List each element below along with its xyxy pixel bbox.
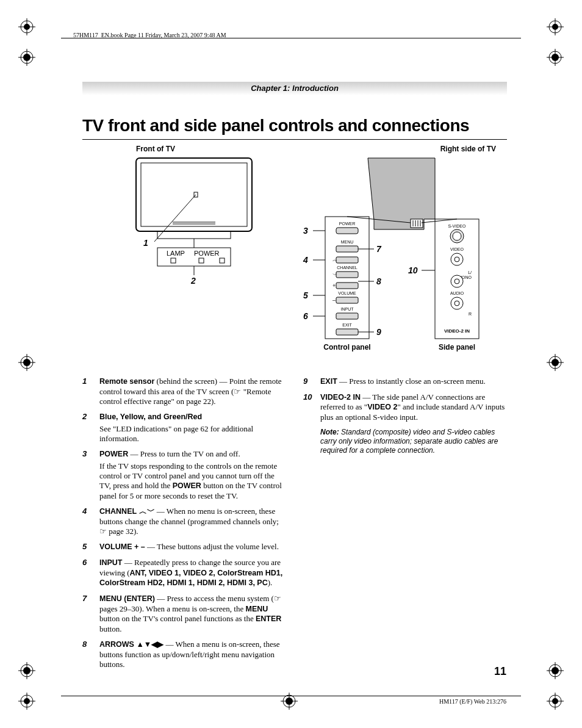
svg-text:+: + bbox=[332, 283, 336, 289]
page-number: 11 bbox=[494, 665, 506, 678]
print-header-rule bbox=[61, 38, 521, 38]
diagram-front-tv: 1 LAMP POWER 2 bbox=[130, 153, 264, 287]
note: Note: Standard (composite) video and S-v… bbox=[320, 428, 507, 455]
svg-rect-80 bbox=[336, 313, 358, 319]
svg-point-100 bbox=[451, 275, 463, 287]
callout-8: 8 bbox=[376, 276, 381, 286]
svg-rect-72 bbox=[336, 272, 358, 278]
diagram-side-tv: POWER MENU ︿ CHANNEL ﹀ + VOLUME – INPUT bbox=[289, 153, 508, 361]
registration-mark-icon bbox=[547, 18, 564, 35]
list-item: 4 CHANNEL ︿﹀ — When no menu is on-screen… bbox=[82, 506, 286, 536]
svg-rect-59 bbox=[411, 219, 423, 228]
svg-point-19 bbox=[23, 54, 31, 61]
svg-point-23 bbox=[551, 54, 559, 61]
svg-line-50 bbox=[154, 195, 196, 242]
svg-rect-66 bbox=[336, 228, 358, 234]
figure-front: Front of TV 1 LAMP POWER bbox=[130, 145, 264, 290]
chapter-title: Chapter 1: Introduction bbox=[82, 82, 507, 95]
list-item: 10 VIDEO-2 IN — The side panel A/V conne… bbox=[303, 392, 507, 423]
svg-text:INPUT: INPUT bbox=[341, 307, 354, 311]
svg-text:LAMP: LAMP bbox=[167, 250, 185, 257]
footer-code: HM117 (E/F) Web 213:276 bbox=[439, 698, 506, 705]
crop-target-icon bbox=[547, 662, 564, 679]
svg-text:POWER: POWER bbox=[194, 250, 220, 257]
list-item: 3 POWER — Press to turn the TV on and of… bbox=[82, 449, 286, 501]
list-item: 5 VOLUME + – — These buttons adjust the … bbox=[82, 542, 286, 552]
svg-text:VIDEO-2 IN: VIDEO-2 IN bbox=[444, 328, 470, 334]
figure-front-label: Front of TV bbox=[136, 145, 264, 153]
svg-text:MENU: MENU bbox=[341, 240, 354, 244]
svg-text:CHANNEL: CHANNEL bbox=[337, 265, 357, 270]
svg-rect-82 bbox=[336, 329, 358, 335]
svg-point-103 bbox=[451, 297, 463, 309]
svg-rect-77 bbox=[336, 297, 358, 303]
svg-point-94 bbox=[453, 232, 461, 240]
svg-text:AUDIO: AUDIO bbox=[450, 291, 464, 295]
crop-target-icon bbox=[547, 49, 564, 66]
svg-rect-49 bbox=[157, 231, 231, 239]
registration-mark-icon bbox=[18, 693, 35, 710]
registration-mark-icon bbox=[18, 18, 35, 35]
list-item: 9 EXIT — Press to instantly close an on-… bbox=[303, 377, 507, 387]
svg-rect-69 bbox=[336, 257, 358, 263]
figures-row: Front of TV 1 LAMP POWER bbox=[82, 145, 507, 363]
svg-text:L/: L/ bbox=[468, 270, 472, 275]
svg-text:R: R bbox=[469, 312, 472, 316]
callout-5: 5 bbox=[303, 290, 308, 300]
svg-point-43 bbox=[286, 697, 293, 705]
svg-text:POWER: POWER bbox=[339, 222, 355, 226]
svg-point-35 bbox=[23, 667, 31, 674]
figure-right-label: Right side of TV bbox=[289, 145, 496, 153]
registration-mark-icon bbox=[547, 693, 564, 710]
page-title: TV front and side panel controls and con… bbox=[82, 116, 507, 140]
list-item: 8 ARROWS ▲▼◀▶ — When a menu is on-screen… bbox=[82, 640, 286, 669]
svg-point-27 bbox=[23, 359, 31, 366]
svg-text:EXIT: EXIT bbox=[342, 323, 352, 327]
crop-target-icon bbox=[18, 662, 35, 679]
svg-text:S-VIDEO: S-VIDEO bbox=[448, 224, 466, 228]
list-item: 7 MENU (ENTER) — Press to access the men… bbox=[82, 594, 286, 634]
svg-rect-74 bbox=[336, 283, 358, 289]
callout-3: 3 bbox=[303, 226, 308, 236]
callout-10: 10 bbox=[408, 265, 418, 275]
list-item: 1 Remote sensor (behind the screen) — Po… bbox=[82, 377, 286, 406]
svg-point-39 bbox=[551, 667, 559, 674]
list-item: 6 INPUT — Repeatedly press to change the… bbox=[82, 558, 286, 588]
svg-rect-68 bbox=[336, 246, 358, 252]
callout-1: 1 bbox=[143, 238, 148, 248]
list-column-right: 9 EXIT — Press to instantly close an on-… bbox=[303, 377, 507, 675]
svg-point-96 bbox=[451, 253, 463, 265]
callout-7: 7 bbox=[376, 244, 382, 254]
callout-2: 2 bbox=[190, 276, 196, 286]
figure-right: Right side of TV POWER MENU ︿ CHANNEL bbox=[289, 145, 508, 363]
callout-6: 6 bbox=[303, 311, 308, 321]
svg-text:︿: ︿ bbox=[332, 257, 337, 262]
svg-text:–: – bbox=[332, 297, 336, 303]
control-panel-label: Control panel bbox=[323, 343, 370, 351]
callout-9: 9 bbox=[376, 327, 381, 337]
crop-target-icon bbox=[18, 354, 35, 371]
crop-target-icon bbox=[18, 49, 35, 66]
side-panel-label: Side panel bbox=[439, 343, 475, 351]
crop-target-icon bbox=[547, 354, 564, 371]
svg-text:﹀: ﹀ bbox=[332, 272, 337, 278]
svg-text:VOLUME: VOLUME bbox=[338, 291, 356, 295]
callout-4: 4 bbox=[303, 255, 308, 265]
svg-text:VIDEO: VIDEO bbox=[450, 247, 464, 251]
list-item: 2 Blue, Yellow, and Green/RedSee "LED in… bbox=[82, 412, 286, 444]
list-column-left: 1 Remote sensor (behind the screen) — Po… bbox=[82, 377, 286, 675]
svg-point-31 bbox=[551, 359, 559, 366]
footer-rule bbox=[61, 696, 521, 696]
